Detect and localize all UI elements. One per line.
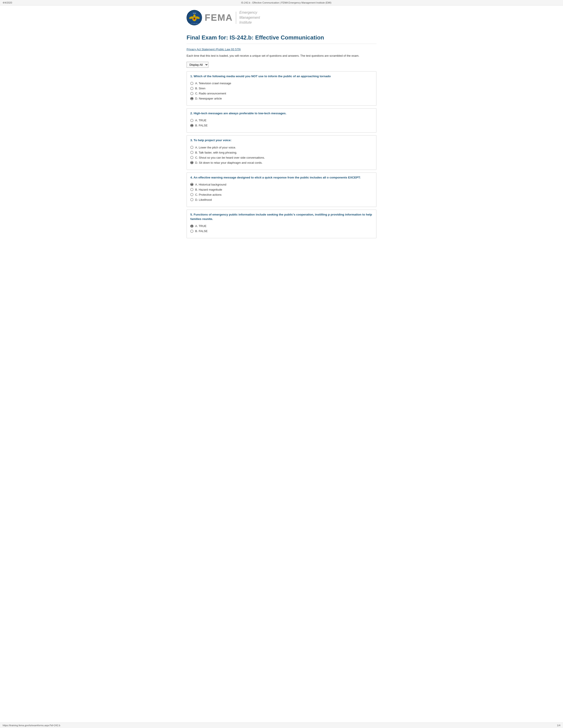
answer-option-3-A[interactable]: A. Lower the pitch of your voice. (190, 146, 373, 149)
answer-option-2-B[interactable]: B. FALSE (190, 124, 373, 127)
radio-5-B[interactable] (190, 230, 193, 233)
answer-label-4-A: A. Historical background (195, 183, 226, 186)
answer-option-5-B[interactable]: B. FALSE (190, 229, 373, 233)
dhs-seal: ★★★ U.S. DEPT. OF HOMELAND SECURITY (186, 10, 202, 25)
answer-label-3-B: B. Talk faster, with long phrasing. (195, 151, 237, 154)
answer-label-4-C: C. Protective actions (195, 193, 221, 196)
svg-rect-7 (194, 18, 195, 19)
privacy-act-link[interactable]: Privacy Act Statement (Public Law 93 579… (186, 48, 241, 51)
question-text-1: 1. Which of the following media would yo… (190, 74, 373, 79)
question-text-5: 5. Functions of emergency public informa… (190, 212, 373, 221)
answer-option-4-D[interactable]: D. Likelihood (190, 198, 373, 201)
radio-2-A[interactable] (190, 119, 193, 122)
answer-label-1-A: A. Television crawl message (195, 82, 231, 85)
display-select[interactable]: Display All (186, 62, 208, 68)
svg-point-5 (193, 14, 195, 17)
radio-3-B[interactable] (190, 151, 193, 154)
answer-option-1-D[interactable]: D. Newspaper article (190, 97, 373, 100)
radio-1-B[interactable] (190, 87, 193, 90)
logo-divider (236, 12, 236, 24)
answer-label-3-A: A. Lower the pitch of your voice. (195, 146, 236, 149)
browser-date: 4/4/2020 (3, 1, 12, 4)
svg-text:U.S. DEPT. OF HOMELAND SECURIT: U.S. DEPT. OF HOMELAND SECURITY (187, 23, 201, 24)
radio-2-B[interactable] (190, 124, 193, 127)
question-text-3: 3. To help project your voice: (190, 138, 373, 143)
emergency-text: Emergency Management Institute (239, 10, 260, 25)
radio-3-A[interactable] (190, 146, 193, 149)
answer-option-4-B[interactable]: B. Hazard magnitude (190, 188, 373, 191)
answer-option-4-C[interactable]: C. Protective actions (190, 193, 373, 196)
header-logo: ★★★ U.S. DEPT. OF HOMELAND SECURITY FEMA… (186, 10, 377, 28)
answer-label-1-B: B. Siren (195, 87, 205, 90)
answer-label-1-D: D. Newspaper article (195, 97, 222, 100)
answer-label-5-A: A. TRUE (195, 224, 206, 228)
display-select-container: Display All (186, 62, 377, 68)
radio-5-A[interactable] (190, 225, 193, 228)
radio-3-C[interactable] (190, 156, 193, 159)
browser-tab-title: IS-242.b - Effective Communication | FEM… (241, 1, 332, 4)
radio-4-A[interactable] (190, 183, 193, 186)
answer-option-2-A[interactable]: A. TRUE (190, 119, 373, 122)
answer-label-3-C: C. Shout so you can be heard over side c… (195, 156, 265, 159)
intro-text: Each time that this test is loaded, you … (186, 54, 377, 58)
radio-1-C[interactable] (190, 92, 193, 95)
radio-3-D[interactable] (190, 161, 193, 164)
question-block-1: 1. Which of the following media would yo… (186, 71, 377, 106)
radio-4-B[interactable] (190, 188, 193, 191)
answer-label-2-A: A. TRUE (195, 119, 206, 122)
radio-1-D[interactable] (190, 97, 193, 100)
question-block-3: 3. To help project your voice:A. Lower t… (186, 135, 377, 170)
page-title: Final Exam for: IS-242.b: Effective Comm… (186, 34, 377, 44)
question-text-2: 2. High-tech messages are always prefera… (190, 111, 373, 116)
radio-1-A[interactable] (190, 82, 193, 85)
answer-option-4-A[interactable]: A. Historical background (190, 183, 373, 186)
question-block-5: 5. Functions of emergency public informa… (186, 210, 377, 238)
answer-label-4-B: B. Hazard magnitude (195, 188, 222, 191)
answer-label-2-B: B. FALSE (195, 124, 207, 127)
fema-wordmark: FEMA (205, 12, 233, 23)
radio-4-D[interactable] (190, 198, 193, 201)
question-text-4: 4. An effective warning message designed… (190, 175, 373, 180)
answer-label-5-B: B. FALSE (195, 229, 207, 233)
page-content: ★★★ U.S. DEPT. OF HOMELAND SECURITY FEMA… (182, 6, 381, 250)
answer-option-3-B[interactable]: B. Talk faster, with long phrasing. (190, 151, 373, 154)
answer-option-1-A[interactable]: A. Television crawl message (190, 82, 373, 85)
answer-option-1-B[interactable]: B. Siren (190, 87, 373, 90)
answer-option-5-A[interactable]: A. TRUE (190, 224, 373, 228)
answer-option-3-D[interactable]: D. Sit down to relax your diaphragm and … (190, 161, 373, 164)
answer-label-4-D: D. Likelihood (195, 198, 212, 201)
answer-label-1-C: C. Radio announcement (195, 92, 226, 95)
answer-option-3-C[interactable]: C. Shout so you can be heard over side c… (190, 156, 373, 159)
answer-option-1-C[interactable]: C. Radio announcement (190, 92, 373, 95)
radio-4-C[interactable] (190, 193, 193, 196)
question-block-4: 4. An effective warning message designed… (186, 173, 377, 207)
svg-text:★★★: ★★★ (193, 13, 196, 14)
answer-label-3-D: D. Sit down to relax your diaphragm and … (195, 161, 262, 164)
browser-bar: 4/4/2020 IS-242.b - Effective Communicat… (0, 0, 563, 6)
questions-container: 1. Which of the following media would yo… (186, 71, 377, 238)
question-block-2: 2. High-tech messages are always prefera… (186, 108, 377, 133)
